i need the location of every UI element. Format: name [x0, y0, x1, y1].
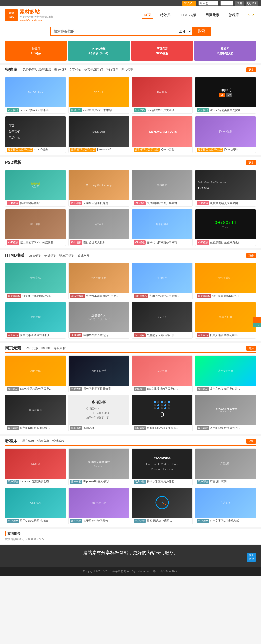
list-item[interactable]: CSS布局 用户体验用用CSS格局用法总结 [5, 488, 66, 524]
list-item[interactable]: jquery win8 提示框/浮动层/弹出层jquery win8... [68, 116, 129, 153]
tag-mobile[interactable]: 手机模板 [44, 253, 56, 258]
list-item[interactable]: Clockwise Horizontal Vertical Both Count… [132, 448, 193, 485]
tag-tab[interactable]: 选项卡/滚动门 [84, 68, 103, 72]
html-header: HTML模板 后台模板 手机模板 响应式模板 企业网站 更多 [5, 253, 256, 260]
list-item[interactable]: jQuery侧滑 提示框/浮动层/弹出层jQuery侧动... [195, 116, 256, 153]
list-item[interactable]: 用户体验回应·腾讯亦小应用... [132, 488, 193, 524]
list-item[interactable]: 黑色下拉导航 导航素材黑色的新潮下拉导航素... [68, 355, 129, 392]
html-tags: 后台模板 手机模板 响应式模板 企业网站 [29, 253, 246, 258]
psd-header: PSD模板 更多 [5, 160, 256, 167]
psd-section: PSD模板 更多 🐸🐸🐸简洁风 PSD模板简洁风格标签站 CSS only We… [0, 157, 261, 248]
login-button[interactable]: 注册 [235, 1, 244, 6]
list-item[interactable]: 手机评论 响应式模板实用的手机评论页面模... [132, 263, 193, 299]
download-button[interactable]: ↓ [253, 323, 261, 327]
list-item[interactable]: CSS only Weather App PSD模板大学生人沿手机专题 [68, 170, 129, 207]
list-item[interactable]: 优惠商城 企业网站简单优惠商城网站手机A... [5, 302, 66, 339]
nav-elements[interactable]: 网页元素 [203, 12, 221, 18]
search-category-select[interactable]: 全部 [176, 27, 192, 36]
tutorial-more[interactable]: 更多 [246, 439, 256, 444]
search-button[interactable]: 搜索 [192, 27, 211, 36]
tag-text-effect[interactable]: 文字特效 [69, 68, 81, 72]
qq-login-button[interactable]: QQ登录 [246, 1, 258, 6]
psd-more[interactable]: 更多 [246, 160, 256, 165]
list-item[interactable]: 立体导航 导航素材5款立体质感的网页导航... [132, 355, 193, 392]
logo-icon: 素材多站 [5, 9, 18, 21]
list-item[interactable]: 首页关于我们产品中心 提示框/浮动层/弹出层js css3镜像... [5, 116, 66, 153]
list-item[interactable]: 多项选择 ◎ 我赞你？ 计上日：从哪天开始， 如果你们都腻了，了 导航素材多项选… [68, 395, 129, 431]
list-item[interactable]: MacOS Style 图片代码js css3仿MacOS苹果系... [5, 77, 66, 114]
list-item[interactable]: Instagram 用户体验Instagram速度快的动态... [5, 448, 66, 485]
list-item[interactable]: TEN HOVER EFFECTS 提示框/浮动层/弹出层jQuery页面... [132, 116, 193, 153]
tag-ux[interactable]: 用户体验 [22, 439, 34, 443]
tag-image-code[interactable]: 图片代码 [121, 68, 133, 72]
list-item[interactable]: 广告文案 用户体验广告文案的7种表现形式 [195, 488, 256, 524]
list-item[interactable]: 🐸🐸🐸简洁风 PSD模板简洁风格标签站 [5, 170, 66, 207]
join-vip-button[interactable]: 加入VIP [182, 1, 196, 6]
list-item[interactable]: 医疗企业 PSD模板医疗企业网页模板 [68, 209, 129, 246]
tag-nav-material[interactable]: 导航素材 [54, 346, 66, 350]
webelem-more[interactable]: 更多 [246, 346, 256, 351]
banner-effects[interactable]: 特效库 8个特效 [5, 41, 67, 61]
scroll-up-button[interactable]: ▲ [253, 317, 261, 323]
effects-more[interactable]: 更多 [246, 67, 256, 72]
tag-banner[interactable]: banner [41, 346, 51, 350]
banner-html[interactable]: HTML模板 8个模板（html） [68, 41, 130, 61]
html-more[interactable]: 更多 [246, 253, 256, 258]
tag-admin[interactable]: 后台模板 [29, 253, 41, 258]
logo: 素材多站 素材多站 帮助设计师挖宝力量素材库 www.98sucai.com [5, 8, 53, 22]
list-item[interactable]: 个人介绍 企业网站黑色的个人介绍演示手... [132, 302, 193, 339]
nav-home[interactable]: 首页 [142, 12, 153, 19]
tutorial-grid: Instagram 用户体验Instagram速度快的动态... 鼠标移至动画事… [5, 448, 256, 524]
list-item[interactable]: Toggle ◯ On Off 图片代码纯css3写选美化单选按钮... [195, 77, 256, 114]
banner-section: 特效库 8个特效 HTML模板 8个模板（html） 网页元素 8PSD素材 教… [0, 38, 261, 63]
tag-responsive[interactable]: 响应式模板 [59, 253, 74, 258]
list-item[interactable]: 产品设计 用户体验产品设计演例 [195, 448, 256, 485]
list-item[interactable]: 建工集团 PSD模板建工集团官网PSD分层素材... [5, 209, 66, 246]
list-item[interactable]: 蓝色发光导航 导航素材蓝色立体发光的导航素... [195, 355, 256, 392]
list-item[interactable]: 3D Book 图片代码css3旋风炫动3D书本翻... [68, 77, 129, 114]
security-badge: 安全联盟 [247, 553, 256, 562]
effects-grid: MacOS Style 图片代码js css3仿MacOS苹果系... 3D B… [5, 77, 256, 153]
tag-menu[interactable]: 导航菜单 [106, 68, 118, 72]
effects-header: 特效库 提示框/浮动层/弹出层 表单代码 文字特效 选项卡/滚动门 导航菜单 图… [5, 67, 256, 74]
html-grid: 食品商城 响应式模板拼拼团上食品商城手机... 汽车销售平台 响应式模板综合汽车… [5, 263, 256, 339]
tag-design-tutorial[interactable]: 设计教程 [52, 439, 64, 443]
list-item[interactable]: 汽车销售平台 响应式模板综合汽车销售保险平台企... [68, 263, 129, 299]
list-item[interactable]: Order ClassTop TwoAbout 机械网站 PSD模板机械类网站页… [195, 170, 256, 207]
list-item[interactable]: 鼠标移至动画事件 Company 用户体验Flipboard动画人·侦设计... [68, 448, 129, 485]
effects-section: 特效库 提示框/浮动层/弹出层 表单代码 文字特效 选项卡/滚动门 导航菜单 图… [0, 65, 261, 155]
side-buttons: ▲ ↓ [253, 317, 261, 327]
list-item[interactable]: 食品商城 响应式模板拼拼团上食品商城手机... [5, 263, 66, 299]
tag-design-elem[interactable]: 设计元素 [26, 346, 38, 350]
list-item[interactable]: 用户体验几何 用户体验关于用户体验的几何 [68, 488, 129, 524]
list-item[interactable]: 机械网站 PSD模板机械类网站页面分层素材 [132, 170, 193, 207]
nav-vip[interactable]: VIP [246, 12, 256, 18]
search-input[interactable] [50, 27, 176, 36]
tutorial-tags: 用户体验 经验分享 设计教程 [22, 439, 246, 443]
tag-enterprise[interactable]: 企业网站 [78, 253, 90, 258]
list-item[interactable]: 00:00:11 Timer PSD模板蓝色的医疗企业网页设计... [195, 209, 256, 246]
banner-elements[interactable]: 网页元素 8PSD素材 [131, 41, 193, 61]
password-input[interactable] [220, 1, 233, 6]
tag-popup[interactable]: 提示框/浮动层/弹出层 [22, 68, 51, 72]
banner-tutorials[interactable]: 教程库 11篇教程文档 [194, 41, 256, 61]
tag-experience[interactable]: 经验分享 [37, 439, 49, 443]
nav-html[interactable]: HTML模板 [178, 12, 198, 18]
logo-text: 素材多站 帮助设计师挖宝力量素材库 www.98sucai.com [20, 8, 53, 22]
list-item[interactable]: 彩色导航 导航素材5款效美风格彩色网页导... [5, 355, 66, 392]
list-item[interactable]: 机器人培训 企业网站机器人培训学校公司手... [195, 302, 256, 339]
nav-effects[interactable]: 特效库 [158, 12, 173, 18]
list-item[interactable]: Chillwave Lofi Coffee Dream out 导航素材灰色的导… [195, 395, 256, 431]
username-input[interactable] [198, 1, 218, 6]
tutorial-header: 教程库 用户体验 经验分享 设计教程 更多 [5, 438, 256, 446]
friend-link-content: 友情链接申请 QQ: 8888899995 [5, 537, 256, 541]
tag-form[interactable]: 表单代码 [54, 68, 66, 72]
list-item[interactable]: Fire Hole 图片代码css3酷炫的火焰黑洞动... [132, 77, 193, 114]
list-item[interactable]: 零售商城APP 响应式模板综合零售商城网站APP... [195, 263, 256, 299]
list-item[interactable]: 这是是个人 你不是一个人，妹子 企业网站实用的加国外旅行定... [68, 302, 129, 339]
list-item[interactable]: 扁平化网络 PSD模板扁平化花树网络公司网站... [132, 209, 193, 246]
search-bar: 全部 搜索 [0, 24, 261, 38]
list-item[interactable]: 9 导航素材简雅的IOS手机页面圆形... [132, 395, 193, 431]
list-item[interactable]: 面包屑导航 导航素材精美的网页面包屑导航... [5, 395, 66, 431]
nav-tutorial[interactable]: 教程库 [227, 12, 241, 18]
